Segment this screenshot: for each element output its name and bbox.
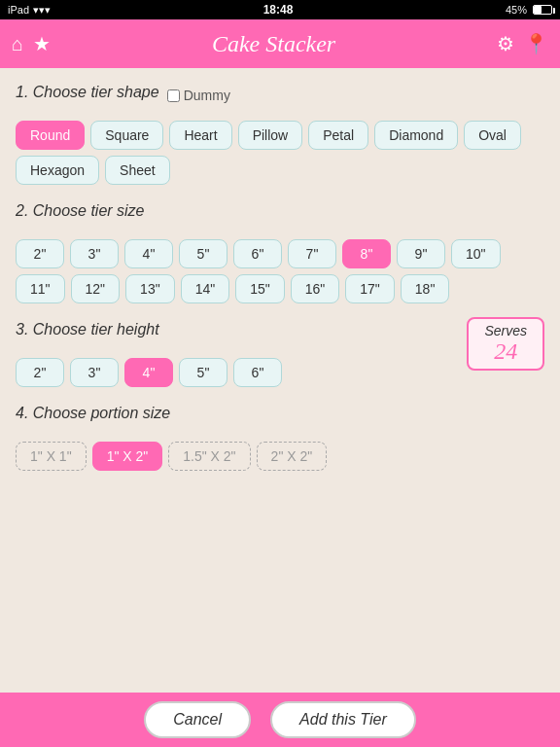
size-btn-12[interactable]: 12" bbox=[71, 274, 121, 303]
gear-icon[interactable]: ⚙ bbox=[497, 32, 514, 55]
height-btn-3[interactable]: 3" bbox=[70, 358, 119, 387]
tier-size-group: 2" 3" 4" 5" 6" 7" 8" 9" 10" 11" 12" 13" … bbox=[16, 239, 544, 303]
main-content: 1. Choose tier shape Dummy Round Square … bbox=[0, 68, 560, 693]
tier-shape-section-header: 1. Choose tier shape Dummy bbox=[16, 80, 544, 111]
tier-shape-title: 1. Choose tier shape bbox=[16, 84, 159, 101]
size-btn-16[interactable]: 16" bbox=[291, 274, 340, 303]
height-btn-4[interactable]: 4" bbox=[124, 358, 173, 387]
tier-shape-group: Round Square Heart Pillow Petal Diamond … bbox=[16, 121, 544, 185]
portion-btn-2x2[interactable]: 2" X 2" bbox=[257, 442, 328, 471]
size-btn-9[interactable]: 9" bbox=[397, 239, 445, 268]
battery-label: 45% bbox=[506, 4, 527, 16]
serves-box: Serves 24 bbox=[467, 317, 544, 371]
portion-btn-1x1[interactable]: 1" X 1" bbox=[16, 442, 87, 471]
size-btn-14[interactable]: 14" bbox=[181, 274, 230, 303]
size-btn-13[interactable]: 13" bbox=[125, 274, 175, 303]
size-btn-3[interactable]: 3" bbox=[70, 239, 119, 268]
dummy-label: Dummy bbox=[184, 88, 230, 103]
status-bar: iPad ▾▾▾ 18:48 45% bbox=[0, 0, 560, 19]
size-btn-15[interactable]: 15" bbox=[235, 274, 285, 303]
size-btn-4[interactable]: 4" bbox=[124, 239, 173, 268]
size-btn-7[interactable]: 7" bbox=[288, 239, 336, 268]
time-label: 18:48 bbox=[263, 3, 294, 17]
battery-icon bbox=[533, 5, 552, 15]
size-btn-17[interactable]: 17" bbox=[345, 274, 395, 303]
height-btn-6[interactable]: 6" bbox=[233, 358, 282, 387]
serves-value: 24 bbox=[484, 338, 527, 365]
shape-btn-oval[interactable]: Oval bbox=[464, 121, 521, 150]
shape-btn-diamond[interactable]: Diamond bbox=[374, 121, 458, 150]
size-btn-10[interactable]: 10" bbox=[451, 239, 501, 268]
portion-btn-1p5x2[interactable]: 1.5" X 2" bbox=[168, 442, 250, 471]
star-icon[interactable]: ★ bbox=[33, 32, 51, 55]
portion-size-group: 1" X 1" 1" X 2" 1.5" X 2" 2" X 2" bbox=[16, 442, 544, 471]
portion-size-title: 4. Choose portion size bbox=[16, 405, 170, 422]
footer: Cancel Add this Tier bbox=[0, 693, 560, 747]
height-btn-2[interactable]: 2" bbox=[16, 358, 64, 387]
tier-height-title: 3. Choose tier height bbox=[16, 321, 159, 338]
add-tier-button[interactable]: Add this Tier bbox=[270, 701, 416, 738]
portion-btn-1x2[interactable]: 1" X 2" bbox=[92, 442, 163, 471]
shape-btn-heart[interactable]: Heart bbox=[169, 121, 231, 150]
shape-btn-square[interactable]: Square bbox=[90, 121, 163, 150]
tier-size-section-header: 2. Choose tier size bbox=[16, 198, 544, 230]
size-btn-11[interactable]: 11" bbox=[16, 274, 65, 303]
shape-btn-round[interactable]: Round bbox=[16, 121, 85, 150]
header: ⌂ ★ Cake Stacker ⚙ 📍 bbox=[0, 19, 560, 68]
portion-size-section-header: 4. Choose portion size bbox=[16, 401, 544, 432]
location-icon[interactable]: 📍 bbox=[524, 32, 548, 55]
shape-btn-hexagon[interactable]: Hexagon bbox=[16, 156, 99, 185]
dummy-checkbox[interactable] bbox=[167, 89, 180, 102]
cancel-button[interactable]: Cancel bbox=[144, 701, 251, 738]
size-btn-6[interactable]: 6" bbox=[233, 239, 282, 268]
wifi-icon: ▾▾▾ bbox=[33, 4, 51, 17]
app-title: Cake Stacker bbox=[51, 31, 497, 57]
serves-label: Serves bbox=[484, 323, 527, 338]
tier-size-title: 2. Choose tier size bbox=[16, 202, 145, 220]
shape-btn-petal[interactable]: Petal bbox=[308, 121, 368, 150]
size-btn-5[interactable]: 5" bbox=[179, 239, 228, 268]
size-btn-2[interactable]: 2" bbox=[16, 239, 64, 268]
height-btn-5[interactable]: 5" bbox=[179, 358, 228, 387]
tier-height-section-header: 3. Choose tier height bbox=[16, 317, 467, 348]
shape-btn-sheet[interactable]: Sheet bbox=[105, 156, 170, 185]
carrier-label: iPad bbox=[8, 4, 29, 16]
size-btn-8[interactable]: 8" bbox=[342, 239, 391, 268]
tier-height-group: 2" 3" 4" 5" 6" bbox=[16, 358, 467, 387]
size-btn-18[interactable]: 18" bbox=[401, 274, 450, 303]
shape-btn-pillow[interactable]: Pillow bbox=[238, 121, 303, 150]
home-icon[interactable]: ⌂ bbox=[12, 33, 23, 55]
tier-height-row: 3. Choose tier height 2" 3" 4" 5" 6" Ser… bbox=[16, 317, 544, 401]
